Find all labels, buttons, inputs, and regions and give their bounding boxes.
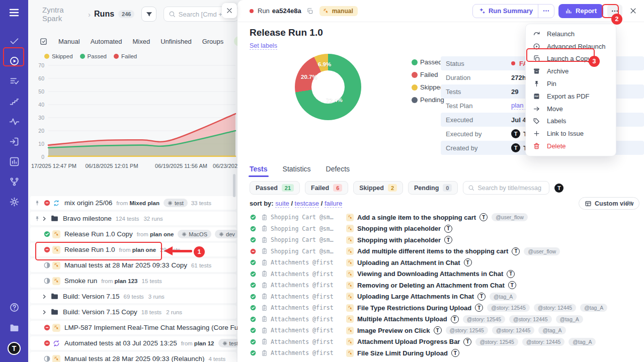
test-title[interactable]: Add a single item to the shopping cart xyxy=(357,214,476,221)
runs-tab-manual[interactable]: Manual xyxy=(58,38,80,45)
test-title[interactable]: Shopping with placeholder xyxy=(357,225,441,232)
run-group-row[interactable]: Bravo milestone124 tests32 runs xyxy=(30,212,236,225)
sidebar-item-t-avatar[interactable]: T xyxy=(6,340,23,357)
run-row[interactable]: Manual tests at 28 Mar 2025 09:33 (Relau… xyxy=(30,352,236,362)
runs-tab-unfinished[interactable]: Unfinished xyxy=(160,38,191,45)
menu-item-relaunch[interactable]: Relaunch xyxy=(526,28,616,40)
chevron-right-icon[interactable] xyxy=(41,309,50,315)
sidebar-item-branch[interactable] xyxy=(6,173,23,190)
menu-item-pin[interactable]: Pin xyxy=(526,77,616,90)
run-row[interactable]: LMP-587 Implement Real-Time Chat Messagi… xyxy=(30,321,236,334)
breadcrumb-project[interactable]: Zyntra Spark xyxy=(42,6,85,23)
test-title[interactable]: File Size Limit During Upload xyxy=(357,349,448,357)
test-row[interactable]: Shopping Cart @sm…Shopping with placehol… xyxy=(250,223,642,235)
test-row[interactable]: Attachments @firstMultiple Attachments U… xyxy=(250,314,642,325)
test-row[interactable]: Shopping Cart @sm…Add multiple different… xyxy=(250,246,642,257)
run-group-row[interactable]: Build: Version 7.15 Copy18 tests2 runs xyxy=(30,305,236,319)
runs-tab-automated[interactable]: Automated xyxy=(91,38,122,45)
test-row[interactable]: Attachments @firstUploading Large Attach… xyxy=(250,291,642,303)
menu-icon[interactable] xyxy=(6,4,23,21)
filter-pending-button[interactable]: Pending0 xyxy=(408,181,458,195)
close-icon[interactable] xyxy=(629,7,637,15)
menu-item-move[interactable]: Move xyxy=(526,103,616,115)
test-row[interactable]: Shopping Cart @sm…Add a single item to t… xyxy=(250,212,642,223)
test-row[interactable]: Attachments @firstFile Type Restrictions… xyxy=(250,302,642,314)
test-title[interactable]: Removing or Deleting an Attachment from … xyxy=(357,282,505,289)
filter-passed-button[interactable]: Passed21 xyxy=(250,181,300,195)
test-title[interactable]: Shopping with placeholder xyxy=(357,236,441,244)
test-title[interactable]: Viewing and Downloading Attachments in C… xyxy=(357,270,503,278)
test-row[interactable]: Attachments @firstAttachment Upload Prog… xyxy=(250,336,642,348)
menu-item-archive[interactable]: Archive xyxy=(526,65,616,77)
chevron-right-icon[interactable] xyxy=(41,294,50,300)
sidebar-item-import[interactable] xyxy=(6,133,23,150)
menu-item-labels[interactable]: Labels xyxy=(526,115,616,128)
run-row[interactable]: mix origin 25/06from Mixed plantest33 te… xyxy=(30,196,236,210)
filter-button[interactable] xyxy=(141,7,156,22)
runs-tab-mixed[interactable]: Mixed xyxy=(133,38,150,45)
test-row[interactable]: Attachments @firstImage Preview on Click… xyxy=(250,325,642,336)
run-meta: 124 tests xyxy=(116,216,139,222)
test-title[interactable]: Uploading an Attachment in Chat xyxy=(357,259,460,266)
test-title[interactable]: File Type Restrictions During Upload xyxy=(357,304,471,312)
tab-defects[interactable]: Defects xyxy=(326,165,350,177)
check-circle-icon xyxy=(43,230,51,238)
run-summary-more-button[interactable] xyxy=(538,5,554,18)
gear-icon xyxy=(222,341,227,346)
test-tag: @user_flow xyxy=(492,213,528,221)
run-row[interactable]: Automated tests at 03 Jul 2025 13:25from… xyxy=(30,336,236,350)
clipboard-icon xyxy=(261,338,268,345)
menu-item-link-to-issue[interactable]: Link to Issue xyxy=(526,127,616,140)
sliders-icon[interactable] xyxy=(625,199,633,207)
test-row[interactable]: Attachments @firstFile Size Limit During… xyxy=(250,347,642,359)
copy-icon[interactable] xyxy=(306,8,313,15)
table-icon xyxy=(585,200,592,207)
sidebar-item-play-circle[interactable] xyxy=(6,52,23,69)
test-row[interactable]: Attachments @firstRemoving or Deleting a… xyxy=(250,280,642,291)
breadcrumb-section[interactable]: Runs xyxy=(94,10,114,19)
sidebar-item-help[interactable] xyxy=(6,299,23,316)
sidebar-item-chart-box[interactable] xyxy=(6,153,23,170)
menu-item-launch-a-copy[interactable]: Launch a Copy xyxy=(526,53,616,65)
test-row[interactable]: Shopping Cart @sm…Shopping with placehol… xyxy=(250,234,642,246)
run-summary-button[interactable]: Run Summary xyxy=(472,4,554,18)
run-row[interactable]: Manual tests at 28 Mar 2025 09:33 Copy61… xyxy=(30,258,236,272)
sidebar-item-check[interactable] xyxy=(6,32,23,49)
menu-item-delete[interactable]: Delete xyxy=(526,140,616,152)
report-button[interactable]: Report xyxy=(558,4,603,18)
run-row[interactable]: Release Run 1.0 Copyfrom plan oneMacOSde… xyxy=(30,227,236,241)
tests-search-input[interactable]: Search by title/messag xyxy=(463,181,549,195)
sort-option-failure[interactable]: failure xyxy=(325,200,342,208)
scrollbar-thumb[interactable] xyxy=(233,174,235,197)
runs-tab-groups[interactable]: Groups xyxy=(202,38,224,45)
menu-item-advanced-relaunch[interactable]: Advanced Relaunch xyxy=(526,40,616,53)
sort-option-testcase[interactable]: testcase xyxy=(295,200,319,208)
tab-tests[interactable]: Tests xyxy=(250,165,268,177)
sidebar-item-pulse[interactable] xyxy=(6,113,23,130)
test-title[interactable]: Multiple Attachments Upload xyxy=(357,315,447,323)
test-title[interactable]: Uploading Large Attachments in Chat xyxy=(357,293,474,300)
close-icon[interactable] xyxy=(222,3,237,18)
test-title[interactable]: Image Preview on Click xyxy=(357,327,430,334)
assignee-avatar[interactable]: T xyxy=(554,184,564,193)
set-labels-link[interactable]: Set labels xyxy=(250,42,277,50)
sidebar-item-gear[interactable] xyxy=(6,193,23,210)
run-row[interactable]: Release Run 1.0from plan one29 tests xyxy=(30,243,236,256)
run-row[interactable]: Smoke runfrom plan 12315 tests xyxy=(30,274,236,288)
test-row[interactable]: Attachments @firstViewing and Downloadin… xyxy=(250,268,642,280)
menu-item-export-as-pdf[interactable]: PDFExport as PDF xyxy=(526,90,616,103)
chevron-right-icon[interactable] xyxy=(41,216,50,222)
plus-icon xyxy=(533,130,540,137)
test-title[interactable]: Attachment Upload Progress Bar xyxy=(357,338,460,345)
test-row[interactable]: Attachments @firstUploading an Attachmen… xyxy=(250,257,642,268)
sidebar-item-folder[interactable] xyxy=(6,319,23,336)
select-all-icon[interactable] xyxy=(39,37,48,46)
filter-failed-button[interactable]: Failed6 xyxy=(305,181,348,195)
run-group-row[interactable]: Build: Version 7.1569 tests3 runs xyxy=(30,290,236,303)
sort-option-suite[interactable]: suite xyxy=(275,200,289,208)
filter-skipped-button[interactable]: Skipped2 xyxy=(353,181,403,195)
sidebar-item-list-check[interactable] xyxy=(6,72,23,89)
test-title[interactable]: Add multiple different items to the shop… xyxy=(357,247,508,255)
sidebar-item-steps[interactable] xyxy=(6,93,23,110)
tab-statistics[interactable]: Statistics xyxy=(283,165,311,177)
